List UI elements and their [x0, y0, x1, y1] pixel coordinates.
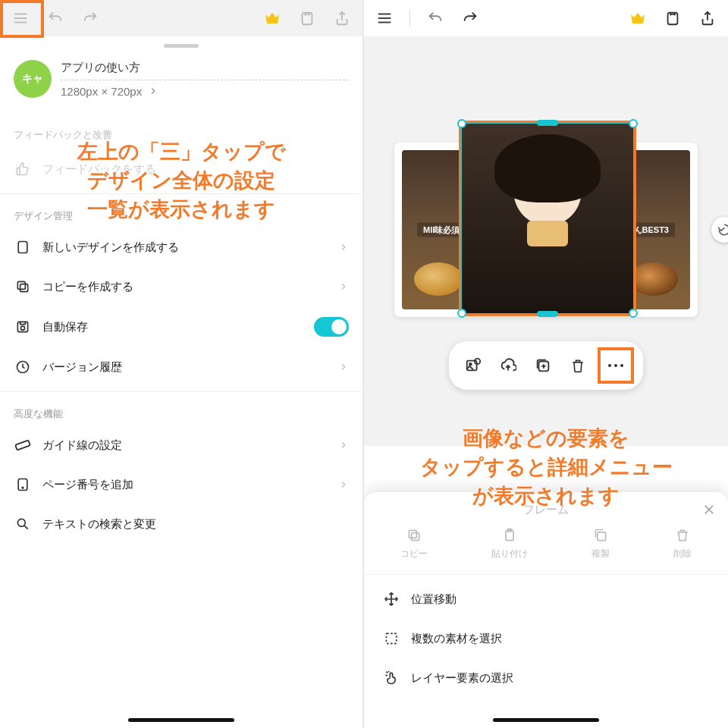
chevron-right-icon — [338, 479, 349, 490]
redo-icon[interactable] — [460, 8, 480, 28]
page-number-icon — [14, 475, 32, 494]
svg-point-8 — [21, 326, 25, 330]
svg-point-20 — [469, 363, 472, 366]
ruler-icon — [14, 436, 32, 454]
highlight-hamburger — [0, 0, 44, 38]
menu-version-history[interactable]: バージョン履歴 — [0, 347, 362, 387]
autosave-toggle[interactable] — [314, 317, 349, 337]
selected-image[interactable] — [462, 124, 633, 313]
duplicate-icon — [592, 526, 610, 544]
home-indicator — [493, 718, 599, 722]
resize-handle-tr[interactable] — [629, 119, 638, 128]
chevron-right-icon — [338, 242, 349, 253]
svg-line-14 — [24, 526, 28, 529]
tab-copy[interactable]: コピー — [400, 526, 428, 560]
callout-left: 左上の「三」タップで デザイン全体の設定 一覧が表示されます — [0, 138, 362, 224]
design-title: アプリの使い方 — [61, 61, 349, 75]
tab-duplicate[interactable]: 複製 — [592, 526, 610, 560]
move-icon — [382, 590, 400, 608]
svg-rect-29 — [409, 530, 416, 538]
svg-point-24 — [614, 364, 617, 367]
svg-rect-4 — [18, 242, 27, 253]
svg-point-13 — [17, 519, 25, 526]
redo-icon[interactable] — [80, 8, 100, 28]
chevron-right-icon — [338, 440, 349, 450]
search-icon — [14, 515, 32, 533]
faded-section-a — [0, 101, 362, 121]
menu-make-copy[interactable]: コピーを作成する — [0, 267, 362, 306]
crown-icon[interactable] — [262, 8, 282, 28]
copy-icon — [405, 526, 423, 544]
svg-rect-33 — [386, 633, 396, 643]
copy-icon — [14, 278, 32, 296]
share-icon[interactable] — [332, 8, 352, 28]
svg-point-23 — [608, 364, 611, 367]
save-icon — [14, 318, 32, 336]
resize-handle-tl[interactable] — [457, 119, 466, 128]
hamburger-icon[interactable] — [375, 8, 394, 28]
svg-rect-10 — [15, 440, 30, 450]
profile-row[interactable]: キャ アプリの使い方 1280px × 720px — [0, 52, 362, 101]
menu-autosave[interactable]: 自動保存 — [0, 306, 362, 347]
svg-rect-32 — [598, 532, 606, 541]
top-toolbar-left — [0, 0, 362, 36]
menu-guidelines[interactable]: ガイド線の設定 — [0, 425, 362, 465]
share-icon[interactable] — [698, 8, 717, 28]
svg-point-12 — [22, 487, 24, 488]
section-advanced: 高度な機能 — [0, 397, 362, 425]
menu-find-replace[interactable]: テキストの検索と変更 — [0, 504, 362, 544]
select-icon — [382, 629, 400, 648]
delete-button[interactable] — [563, 350, 593, 381]
design-dimensions[interactable]: 1280px × 720px — [61, 85, 349, 98]
menu-layer-select[interactable]: レイヤー要素の選択 — [364, 658, 728, 698]
chevron-right-icon — [338, 281, 349, 292]
history-icon — [14, 358, 32, 376]
sheet-grabber[interactable] — [164, 44, 199, 48]
tab-paste[interactable]: 貼り付け — [491, 526, 528, 560]
avatar: キャ — [14, 60, 52, 98]
top-toolbar-right — [364, 0, 728, 36]
tap-icon — [382, 669, 400, 687]
floating-toolbar — [449, 341, 643, 390]
more-button[interactable] — [601, 350, 631, 381]
resize-handle-top[interactable] — [537, 120, 558, 126]
highlight-more — [598, 347, 634, 384]
svg-rect-6 — [17, 281, 25, 289]
svg-point-25 — [620, 364, 623, 367]
design-canvas[interactable]: MII味必須コース パン屋さんBEST3 パン 巡礼 — [394, 143, 698, 317]
chevron-right-icon — [338, 362, 349, 372]
crown-icon[interactable] — [628, 8, 648, 28]
tab-delete[interactable]: 削除 — [673, 526, 692, 560]
resize-handle-br[interactable] — [629, 309, 638, 318]
replace-image-button[interactable] — [458, 350, 488, 381]
resize-handle-bottom[interactable] — [537, 311, 558, 317]
menu-move-position[interactable]: 位置移動 — [364, 579, 728, 619]
page-icon — [14, 238, 32, 256]
menu-page-numbers[interactable]: ページ番号を追加 — [0, 465, 362, 504]
clipboard-icon — [500, 526, 519, 544]
rotate-handle[interactable] — [711, 217, 728, 243]
selection-frame[interactable] — [460, 121, 635, 315]
resize-handle-bl[interactable] — [457, 309, 466, 318]
trash-icon — [673, 526, 692, 544]
home-indicator — [128, 718, 234, 722]
menu-multi-select[interactable]: 複数の素材を選択 — [364, 619, 728, 658]
callout-right: 画像などの要素を タップすると詳細メニュー が表示されます — [364, 425, 728, 510]
undo-icon[interactable] — [46, 8, 65, 28]
undo-icon[interactable] — [425, 8, 445, 28]
svg-rect-5 — [20, 284, 28, 292]
canvas-area[interactable]: MII味必須コース パン屋さんBEST3 パン 巡礼 — [364, 36, 728, 446]
svg-rect-28 — [412, 533, 419, 541]
cart-icon[interactable] — [297, 8, 317, 28]
add-button[interactable] — [528, 350, 558, 381]
upload-button[interactable] — [493, 350, 523, 381]
menu-new-design[interactable]: 新しいデザインを作成する — [0, 228, 362, 267]
element-context-sheet: フレーム コピー 貼り付け 複製 削除 — [364, 492, 728, 728]
cart-icon[interactable] — [663, 8, 682, 28]
